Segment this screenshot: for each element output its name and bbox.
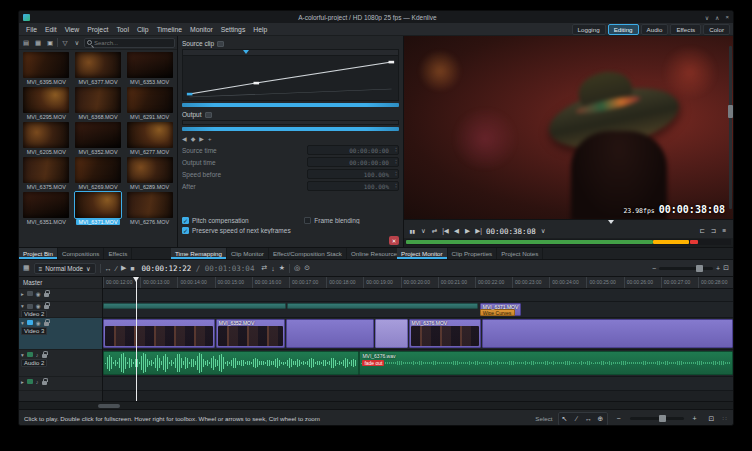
menu-project[interactable]: Project (83, 25, 112, 34)
play-backward-icon[interactable]: ◀ (453, 227, 460, 235)
tab-project-monitor[interactable]: Project Monitor (397, 248, 448, 259)
menu-tool[interactable]: Tool (112, 25, 132, 34)
monitor-menu-icon[interactable]: ≡ (721, 227, 728, 235)
scrollbar-handle[interactable] (98, 404, 120, 408)
chevron-down-icon[interactable]: ∨ (420, 227, 427, 235)
track-header-audio1[interactable]: ▾ ♪ Audio 2 (19, 350, 102, 377)
master-button[interactable]: Master (19, 277, 102, 289)
track-name[interactable]: Video 3 (21, 327, 47, 335)
field-input-after[interactable]: 100.00%▴▾ (307, 181, 399, 191)
chevron-down-icon[interactable]: ▾ (21, 352, 24, 358)
stop-icon[interactable]: ■ (130, 265, 134, 272)
zone-in-icon[interactable]: ⊏ (699, 227, 706, 235)
field-input-output-time[interactable]: 00:00:00:00▴▾ (307, 157, 399, 167)
video-clip[interactable]: MVI_6376.MOV (409, 319, 481, 348)
lane-video1[interactable]: MVI_6352.MOV MVI_6376.MOV (103, 318, 733, 350)
track-header-video2[interactable]: ▾ ◉ Video 2 (19, 302, 102, 318)
zoom-out-icon[interactable]: − (652, 265, 656, 272)
view-icons-icon[interactable]: ▦ (33, 37, 43, 48)
menu-clip[interactable]: Clip (133, 25, 153, 34)
timeline-playhead[interactable] (136, 277, 137, 401)
output-zone-bar[interactable] (182, 127, 399, 131)
bin-clip[interactable]: MVI_6368.MOV (73, 87, 124, 120)
track-tag[interactable] (27, 291, 33, 296)
lane-audio1[interactable]: MVI_6376.wav fade out (103, 350, 733, 377)
lock-icon[interactable] (42, 354, 47, 358)
tab-project-notes[interactable]: Project Notes (497, 248, 543, 259)
bin-clip[interactable]: MVI_6351.MOV (21, 192, 72, 225)
bin-clip[interactable]: MVI_6276.MOV (124, 192, 175, 225)
spinner-icon[interactable]: ▴▾ (395, 182, 397, 190)
track-header-video3-collapsed[interactable]: ▸ ◉ (19, 289, 102, 302)
video-clip[interactable] (375, 319, 408, 348)
bin-clip[interactable]: MVI_6377.MOV (73, 52, 124, 85)
lock-icon[interactable] (44, 322, 49, 326)
go-start-icon[interactable]: |◀ (442, 227, 449, 235)
view-list-icon[interactable]: ▤ (21, 37, 31, 48)
tab-effects[interactable]: Effects (104, 248, 132, 259)
bin-clip[interactable]: MVI_6395.MOV (21, 52, 72, 85)
track-tag[interactable] (27, 352, 33, 357)
tab-compositions[interactable]: Compositions (58, 248, 105, 259)
video-clip[interactable] (103, 303, 286, 309)
next-keyframe-icon[interactable]: ▶ (199, 135, 204, 142)
menu-edit[interactable]: Edit (41, 25, 61, 34)
track-header-video1-active[interactable]: ▾ ◉ Video 3 (19, 318, 102, 350)
delete-icon[interactable]: ✕ (389, 236, 399, 245)
chevron-right-icon[interactable]: ▸ (21, 291, 24, 297)
bin-clip[interactable]: MVI_6289.MOV (124, 157, 175, 190)
razor-tool-icon[interactable]: ∕ (571, 413, 583, 425)
spinner-icon[interactable]: ▴▾ (395, 146, 397, 154)
go-end-icon[interactable]: ▶| (475, 227, 482, 235)
video-clip[interactable] (287, 303, 479, 309)
bin-clip[interactable]: MVI_6352.MOV (73, 122, 124, 155)
timeline-lanes[interactable]: 00:00:12:0000:00:13:0000:00:14:0000:00:1… (103, 277, 733, 401)
titlebar[interactable]: A-colorful-project / HD 1080p 25 fps — K… (19, 11, 733, 23)
filter-icon[interactable]: ▽ (60, 37, 70, 48)
lane-video3[interactable] (103, 289, 733, 302)
audio-clip[interactable]: MVI_6376.wav fade out (359, 351, 733, 375)
tab-time-remapping[interactable]: Time Remapping (171, 248, 227, 259)
source-zone-bar[interactable] (182, 103, 399, 107)
search-input[interactable] (94, 40, 172, 46)
monitor-volume-slider[interactable] (729, 46, 732, 209)
zoom-handle[interactable] (696, 265, 703, 272)
lane-audio2[interactable] (103, 377, 733, 391)
track-header-audio2-collapsed[interactable]: ▸ ♪ (19, 377, 102, 391)
ripple-tool-icon[interactable]: ⊕ (595, 413, 607, 425)
monitor-timecode[interactable]: 00:00:38:08 (486, 227, 536, 236)
workspace-effects[interactable]: Effects (670, 24, 701, 35)
wipe-composition[interactable]: Wipe Curves (480, 309, 515, 316)
volume-handle[interactable] (728, 105, 733, 118)
edit-mode-dropdown[interactable]: ≡ Normal Mode ∨ (34, 263, 96, 274)
workspace-editing[interactable]: Editing (608, 24, 639, 35)
monitor-seek-ruler[interactable] (404, 219, 733, 224)
loop-zone-icon[interactable]: ⇄ (431, 227, 438, 235)
favorite-effects-icon[interactable]: ★ (279, 264, 285, 272)
track-tag[interactable] (27, 304, 33, 309)
lane-video2[interactable]: MVI_6371.MOV Wipe Curves (103, 302, 733, 318)
bin-clip[interactable]: MVI_6353.MOV (124, 52, 175, 85)
tab-effect-composition-stack[interactable]: Effect/Composition Stack (269, 248, 347, 259)
mix-clips-icon[interactable]: ⇄ (261, 264, 267, 272)
menu-view[interactable]: View (61, 25, 84, 34)
checkbox-frame-blending[interactable]: Frame blending (304, 217, 399, 224)
maximize-icon[interactable]: ∧ (715, 14, 719, 21)
chevron-down-icon[interactable]: ▾ (21, 320, 24, 326)
chevron-down-icon[interactable]: ∨ (72, 37, 82, 48)
chevron-down-icon[interactable]: ∨ (540, 227, 547, 235)
zoom-slider[interactable] (659, 267, 713, 270)
razor-tool-icon[interactable]: ∕ (116, 265, 117, 272)
seek-caret-icon[interactable] (608, 220, 614, 227)
timeline-scrollbar[interactable] (19, 401, 733, 409)
bin-clip[interactable]: MVI_6371.MOV (73, 192, 124, 225)
bin-clip[interactable]: MVI_6375.MOV (21, 157, 72, 190)
lock-icon[interactable] (42, 381, 47, 385)
resize-grip-icon[interactable]: ∷ (723, 415, 728, 423)
status-zoom-slider[interactable] (630, 417, 684, 420)
menu-monitor[interactable]: Monitor (186, 25, 217, 34)
field-input-speed-before[interactable]: 100.00%▴▾ (307, 169, 399, 179)
bin-clip[interactable]: MVI_6269.MOV (73, 157, 124, 190)
checkbox-pitch-compensation[interactable]: ✓Pitch compensation (182, 217, 300, 224)
fade-out-marker[interactable]: fade out (362, 360, 384, 366)
